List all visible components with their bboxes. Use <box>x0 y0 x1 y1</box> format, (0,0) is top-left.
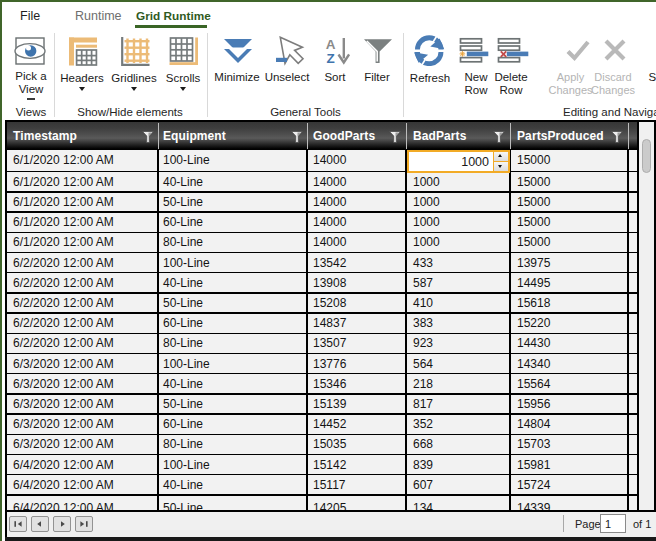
svg-text:A: A <box>326 37 336 52</box>
svg-text:Z: Z <box>326 51 334 66</box>
